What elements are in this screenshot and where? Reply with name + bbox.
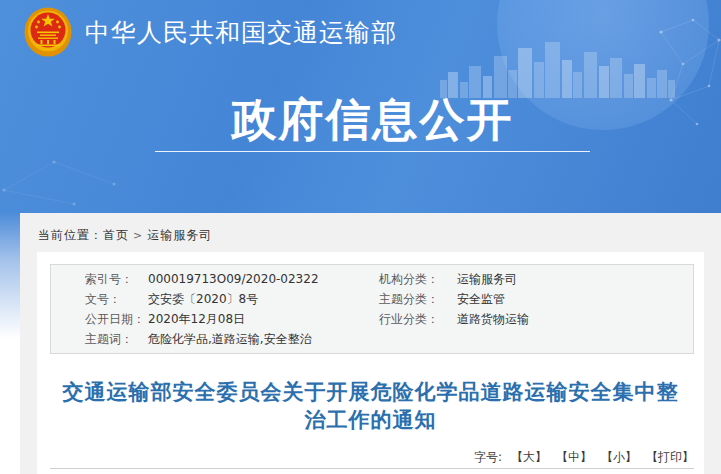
site-name[interactable]: 中华人民共和国交通运输部 <box>85 16 397 49</box>
meta-value-topic-category: 安全监管 <box>457 289 693 309</box>
breadcrumb-home-link[interactable]: 首页 <box>103 228 129 242</box>
font-size-label: 字号: <box>474 449 502 466</box>
meta-label: 行业分类： <box>379 309 457 329</box>
meta-label: 公开日期： <box>85 309 148 329</box>
article-container: 索引号： 000019713O09/2020-02322 机构分类： 运输服务司… <box>37 252 704 474</box>
meta-value-empty <box>457 329 693 349</box>
meta-value-publish-date: 2020年12月08日 <box>148 309 379 329</box>
breadcrumb-current-link[interactable]: 运输服务司 <box>147 228 212 242</box>
national-emblem-icon <box>24 7 72 57</box>
meta-value-index-number: 000019713O09/2020-02322 <box>148 269 379 289</box>
font-small-button[interactable]: 【小】 <box>601 449 637 466</box>
meta-label: 机构分类： <box>379 269 457 289</box>
network-dots-decoration-left <box>0 150 134 210</box>
left-gradient-decoration <box>0 213 20 345</box>
print-button[interactable]: 【打印】 <box>646 449 694 466</box>
document-metadata-table: 索引号： 000019713O09/2020-02322 机构分类： 运输服务司… <box>50 264 694 354</box>
page-title: 政府信息公开 <box>155 95 590 145</box>
breadcrumb-label: 当前位置： <box>38 228 103 242</box>
document-title: 交通运输部安全委员会关于开展危险化学品道路运输安全集中整治工作的通知 <box>53 378 688 434</box>
site-banner: 中华人民共和国交通运输部 政府信息公开 <box>0 0 721 213</box>
breadcrumb-separator: > <box>133 229 143 242</box>
meta-label: 索引号： <box>85 269 148 289</box>
meta-value-keywords: 危险化学品,道路运输,安全整治 <box>148 329 379 349</box>
meta-value-org-category: 运输服务司 <box>457 269 693 289</box>
breadcrumb: 当前位置：首页>运输服务司 <box>38 227 212 244</box>
meta-value-industry-category: 道路货物运输 <box>457 309 693 329</box>
city-skyline-decoration <box>440 36 675 98</box>
meta-label: 文号： <box>85 289 148 309</box>
banner-page-title-block: 政府信息公开 <box>155 95 590 152</box>
font-size-controls: 字号: 【大】 【中】 【小】 【打印】 <box>474 449 694 466</box>
content-divider <box>50 468 694 469</box>
meta-label: 主题词： <box>85 329 148 349</box>
meta-value-doc-number: 交安委〔2020〕8号 <box>148 289 379 309</box>
font-large-button[interactable]: 【大】 <box>511 449 547 466</box>
site-header: 中华人民共和国交通运输部 <box>24 7 397 57</box>
network-dots-decoration <box>653 12 721 132</box>
font-medium-button[interactable]: 【中】 <box>556 449 592 466</box>
meta-label <box>379 329 457 349</box>
meta-label: 主题分类： <box>379 289 457 309</box>
page-root: 中华人民共和国交通运输部 政府信息公开 当前位置：首页>运输服务司 索引号： 0… <box>0 0 721 474</box>
